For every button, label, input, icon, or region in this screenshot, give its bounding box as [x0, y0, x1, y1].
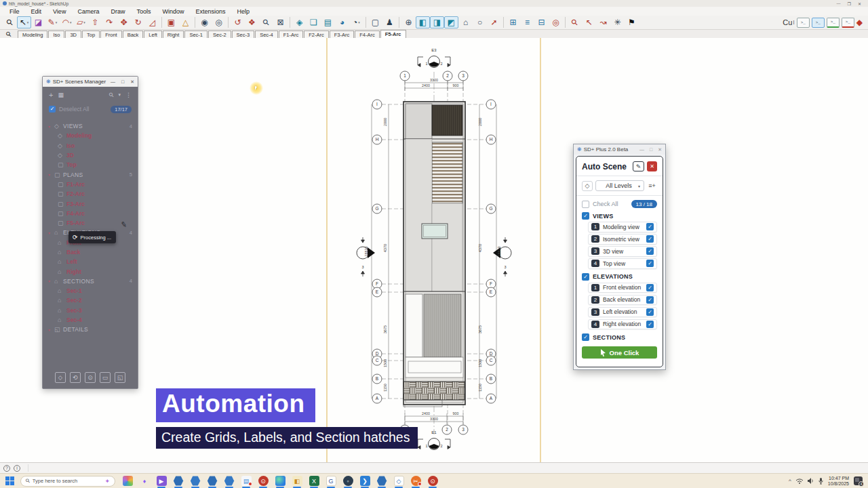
expand-caret-icon[interactable]: ▾ [48, 124, 54, 129]
tree-item-sec-2[interactable]: ⌂Sec-2 [43, 296, 138, 305]
as-maximize-button[interactable]: □ [650, 147, 652, 152]
copilot-icon[interactable] [122, 475, 133, 487]
flag-icon[interactable]: ⚑ [625, 16, 639, 28]
sd-view-toggle-1-icon[interactable]: ◧ [416, 16, 430, 28]
export-button[interactable]: ◱ [115, 372, 125, 383]
search-model-icon[interactable]: ⚲ [3, 16, 17, 28]
taskbar-search-box[interactable]: ⚲ Type here to search ✦ [20, 476, 115, 487]
as-close-button[interactable]: ✕ [658, 147, 662, 152]
scene-tab-3d[interactable]: 3D [65, 30, 81, 38]
pushpull-icon[interactable]: ⇧ [88, 16, 102, 28]
add-scene-button[interactable]: + [49, 91, 53, 99]
sketchup-app-icon[interactable] [190, 475, 201, 487]
shape-add-icon[interactable]: ⌂ [458, 16, 473, 28]
check-all-row[interactable]: Check All 13 / 18 [582, 200, 657, 208]
microphone-icon[interactable] [818, 478, 823, 485]
scene-tab-f4-arc[interactable]: F4-Arc [355, 30, 380, 38]
ruby-terminal-icon[interactable]: >_ [842, 18, 854, 28]
tree-group-plans[interactable]: ▾▢PLANS5 [43, 169, 138, 179]
path-red-icon[interactable]: ↝ [596, 16, 610, 28]
record-app-icon[interactable]: ⊙ [427, 475, 438, 487]
tree-item-left[interactable]: ⌂Left [43, 257, 138, 266]
credits-icon[interactable]: i [14, 465, 20, 472]
tree-item-f2-arc[interactable]: ▢F2-Arc [43, 189, 138, 199]
note-button[interactable]: ▭ [100, 372, 111, 383]
layout-app-icon[interactable]: ◧ [292, 475, 302, 487]
warning-icon[interactable]: △ [178, 16, 193, 28]
tree-item-right[interactable]: ⌂Right [43, 266, 138, 276]
ruby-gem-icon[interactable]: ◆ [856, 18, 863, 27]
excel-icon[interactable]: X [309, 475, 319, 487]
section-plane-icon[interactable]: ▣ [164, 16, 178, 28]
label-add-icon[interactable]: ≡ [520, 16, 534, 28]
scenes-grid-button[interactable]: ▦ [58, 92, 64, 98]
check-all-checkbox[interactable] [582, 201, 589, 208]
scene-row-right-elevation[interactable]: 4Right elevation✓ [588, 319, 657, 330]
edge-icon[interactable] [275, 475, 285, 487]
rotate-icon[interactable]: ↻ [131, 16, 145, 28]
scene-row-front-elevation[interactable]: 1Front elevation✓ [588, 283, 657, 293]
scene-checkbox[interactable]: ✓ [646, 321, 654, 328]
compass-app-icon[interactable]: ◦ [342, 475, 353, 487]
tree-item-f3-arc[interactable]: ▢F3-Arc [43, 199, 138, 208]
expand-caret-icon[interactable]: ▾ [48, 230, 54, 235]
menu-file[interactable]: File [9, 8, 20, 15]
add-list-icon[interactable]: ≡+ [647, 182, 657, 189]
vscode-icon[interactable]: ❯ [359, 475, 370, 487]
group-row-sections[interactable]: ✓SECTIONS [582, 333, 657, 341]
start-button[interactable] [5, 476, 15, 486]
target-red-icon[interactable]: ◎ [549, 16, 563, 28]
expand-caret-icon[interactable]: ▾ [48, 279, 54, 283]
orbit-icon[interactable]: ↺ [231, 16, 245, 28]
tree-item-top[interactable]: ▢Top [43, 160, 138, 169]
auto-scene-titlebar[interactable]: ❋ SD+ Plus 2.0 Beta — □ ✕ [574, 144, 665, 155]
arrow-red-icon[interactable]: ↖ [582, 16, 596, 28]
scene-tab-f3-arc[interactable]: F3-Arc [330, 30, 355, 38]
scene-row-top-view[interactable]: 4Top view✓ [588, 258, 657, 269]
deselect-all-row[interactable]: ✓ Deselect All 17/17 [43, 103, 138, 115]
hatch-add-icon[interactable]: ⊟ [534, 16, 549, 28]
scene-tab-f1-arc[interactable]: F1-Arc [279, 30, 304, 38]
grid-add-icon[interactable]: ⊞ [506, 16, 520, 28]
zoom-extents-icon[interactable]: ⊠ [273, 16, 288, 28]
components-icon[interactable]: ❏ [307, 16, 321, 28]
level-select[interactable]: All Levels ▾ [595, 180, 644, 191]
scene-row-3d-view[interactable]: 33D view✓ [588, 246, 657, 257]
sketchup-outline-icon[interactable]: ◇ [393, 475, 404, 487]
scene-tab-sec-2[interactable]: Sec-2 [208, 30, 231, 38]
tree-item-modeling[interactable]: ◇Modeling [43, 131, 138, 140]
cursor-text-icon[interactable]: CuI [783, 18, 795, 26]
scene-tab-right[interactable]: Right [163, 30, 184, 38]
scene-tab-sec-3[interactable]: Sec-3 [232, 30, 255, 38]
ruby-console-pro-icon[interactable]: >_ [827, 18, 840, 28]
scene-tab-back[interactable]: Back [123, 30, 144, 38]
scene-tab-iso[interactable]: Iso [48, 30, 64, 38]
menu-camera[interactable]: Camera [77, 8, 99, 15]
group-checkbox[interactable]: ✓ [582, 273, 589, 281]
rectangle-icon[interactable]: ▱▾ [74, 16, 88, 28]
scene-tab-sec-4[interactable]: Sec-4 [255, 30, 278, 38]
cursor-add-icon[interactable]: ➚ [487, 16, 501, 28]
tree-group-sections[interactable]: ▾⌂SECTIONS4 [43, 277, 138, 286]
scene-tab-front[interactable]: Front [100, 30, 122, 38]
menu-window[interactable]: Window [162, 8, 184, 15]
search-icon[interactable]: ⚲ [109, 92, 114, 98]
expand-caret-icon[interactable]: ▾ [48, 172, 54, 177]
materials-icon[interactable]: ◕ [335, 16, 349, 28]
arc-icon[interactable]: ◠▾ [60, 16, 74, 28]
close-button[interactable]: ✕ [858, 1, 861, 6]
filter-dropdown-icon[interactable]: ▾ [118, 92, 121, 98]
scene-checkbox[interactable]: ✓ [646, 247, 654, 255]
sm-maximize-button[interactable]: □ [121, 79, 124, 85]
sd-view-toggle-3-icon[interactable]: ◩ [444, 16, 458, 28]
scene-tab-left[interactable]: Left [144, 30, 162, 38]
tree-item-sec-3[interactable]: ⌂Sec-3 [43, 306, 138, 315]
pan-icon[interactable]: ❖ [245, 16, 259, 28]
refresh-button[interactable]: ⟲ [70, 372, 81, 383]
sketchup-app-icon[interactable] [173, 475, 184, 487]
clipchamp-icon[interactable]: ▶ [156, 475, 167, 487]
menu-help[interactable]: Help [237, 8, 250, 15]
drawing-viewport[interactable]: IIHHGGFFEEDDCCBBAA1231233300240090024009… [0, 38, 868, 462]
find-red-icon[interactable]: ⚲ [568, 16, 582, 28]
tag-button[interactable]: ⬦ [55, 372, 66, 383]
